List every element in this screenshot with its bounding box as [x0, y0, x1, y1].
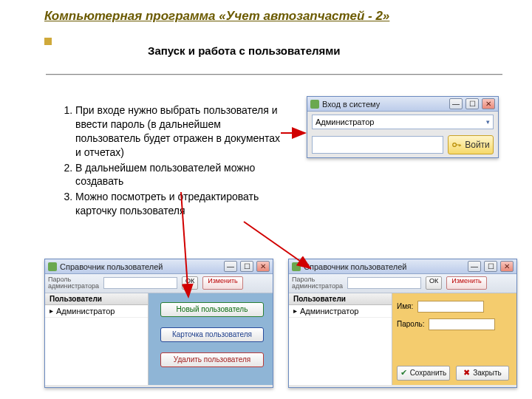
user-form: Имя: Пароль: — [397, 301, 495, 336]
key-icon — [451, 140, 462, 150]
save-button-label: Сохранить — [410, 369, 447, 377]
name-label: Имя: — [397, 302, 413, 310]
admin-password-input[interactable] — [347, 277, 421, 289]
instructions-list: При входе нужно выбрать пользователя и в… — [59, 103, 288, 219]
minimize-button[interactable]: — — [224, 261, 237, 272]
close-form-button[interactable]: ✖ Закрыть — [456, 366, 509, 381]
window-title-text: Справочник пользователей — [60, 262, 163, 271]
app-icon — [48, 262, 57, 271]
edit-pane: Имя: Пароль: ✔ Сохранить ✖ Закрыть — [392, 293, 516, 385]
close-button[interactable]: ✕ — [256, 261, 270, 272]
chevron-down-icon: ▾ — [486, 118, 490, 126]
login-button-label: Войти — [465, 140, 490, 150]
toolbar: Парольадминистратора ОК Изменить — [45, 274, 273, 293]
login-button[interactable]: Войти — [448, 135, 494, 154]
close-button[interactable]: ✕ — [500, 261, 514, 272]
row-marker-icon: ▸ — [50, 307, 53, 315]
minimize-button[interactable]: — — [468, 261, 481, 272]
modify-button[interactable]: Изменить — [446, 276, 487, 290]
ok-button[interactable]: ОК — [426, 276, 442, 290]
maximize-button[interactable]: ☐ — [240, 261, 253, 272]
ok-button[interactable]: ОК — [182, 276, 198, 290]
window-titlebar[interactable]: Справочник пользователей — ☐ ✕ — [45, 259, 273, 274]
users-list-item[interactable]: ▸ Администратор — [289, 305, 392, 318]
admin-password-label: Парольадминистратора — [292, 276, 343, 290]
instruction-item: В дальнейшем пользователей можно создава… — [75, 161, 288, 189]
users-directory-window: Справочник пользователей — ☐ ✕ Парольадм… — [44, 259, 273, 388]
minimize-button[interactable]: — — [449, 98, 463, 109]
divider — [46, 74, 502, 75]
users-list-item-label: Администратор — [300, 307, 358, 316]
actions-pane: Новый пользователь Карточка пользователя… — [149, 293, 273, 385]
svg-point-0 — [453, 143, 457, 147]
password-input[interactable] — [312, 136, 443, 154]
user-card-button[interactable]: Карточка пользователя — [160, 327, 264, 342]
slide-title: Компьютерная программа «Учет автозапчаст… — [44, 9, 389, 24]
admin-password-input[interactable] — [103, 277, 177, 289]
admin-password-label: Парольадминистратора — [48, 276, 99, 290]
app-icon — [310, 100, 319, 109]
new-user-button[interactable]: Новый пользователь — [160, 302, 264, 317]
users-list-header: Пользователи — [45, 293, 148, 305]
maximize-button[interactable]: ☐ — [484, 261, 497, 272]
bullet-square-icon — [44, 38, 52, 45]
row-marker-icon: ▸ — [293, 307, 297, 315]
user-password-input[interactable] — [429, 318, 495, 330]
window-title-text: Справочник пользователей — [304, 262, 407, 271]
users-list[interactable]: Пользователи ▸ Администратор — [45, 293, 149, 385]
instruction-item: При входе нужно выбрать пользователя и в… — [75, 103, 288, 160]
name-input[interactable] — [417, 301, 484, 313]
window-titlebar[interactable]: Справочник пользователей — ☐ ✕ — [289, 259, 516, 274]
cross-icon: ✖ — [463, 368, 470, 378]
delete-user-button[interactable]: Удалить пользователя — [160, 352, 264, 367]
window-titlebar[interactable]: Вход в систему — ☐ ✕ — [307, 97, 498, 112]
close-button[interactable]: ✕ — [482, 98, 495, 109]
user-select-value: Администратор — [316, 117, 374, 126]
users-list-item[interactable]: ▸ Администратор — [45, 305, 148, 318]
modify-button[interactable]: Изменить — [202, 276, 243, 290]
users-list[interactable]: Пользователи ▸ Администратор — [289, 293, 392, 385]
check-icon: ✔ — [400, 368, 407, 378]
login-window: Вход в систему — ☐ ✕ Администратор ▾ Вой… — [307, 96, 499, 158]
users-list-header: Пользователи — [289, 293, 392, 305]
slide-subtitle: Запуск и работа с пользователями — [148, 44, 341, 57]
window-title-text: Вход в систему — [322, 100, 380, 109]
user-select[interactable]: Администратор ▾ — [312, 115, 494, 129]
app-icon — [292, 262, 301, 271]
toolbar: Парольадминистратора ОК Изменить — [289, 274, 516, 293]
users-directory-window-edit: Справочник пользователей — ☐ ✕ Парольадм… — [288, 259, 517, 388]
users-list-item-label: Администратор — [56, 307, 115, 316]
instruction-item: Можно посмотреть и отредактировать карто… — [75, 190, 288, 218]
password-label: Пароль: — [397, 320, 424, 328]
save-button[interactable]: ✔ Сохранить — [397, 366, 450, 381]
close-button-label: Закрыть — [473, 369, 502, 377]
maximize-button[interactable]: ☐ — [466, 98, 479, 109]
